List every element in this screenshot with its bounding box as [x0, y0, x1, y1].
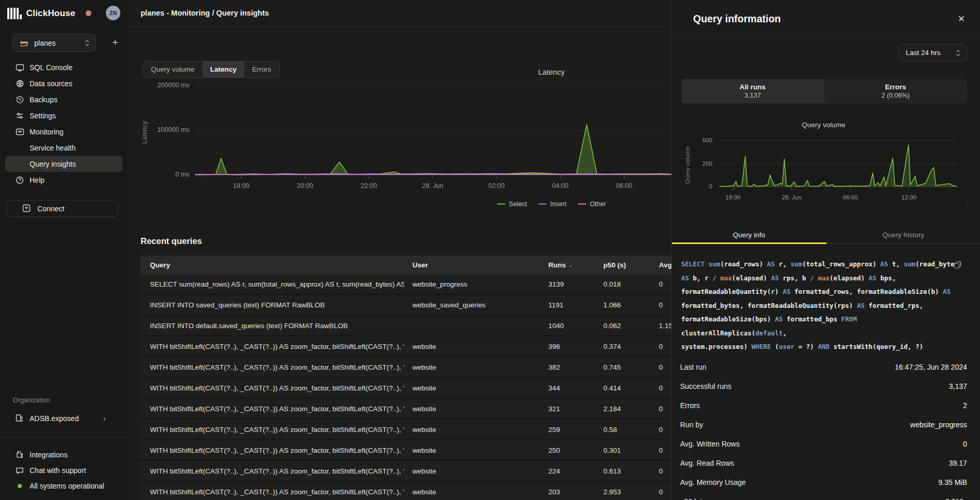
stat-row-avg-read-rows: Avg. Read Rows39.17: [672, 453, 980, 472]
sidebar-item-label: Chat with support: [30, 466, 86, 475]
runs-errors-segmented-control: All runs3,137Errors2 (0.06%): [681, 79, 967, 103]
tab-query-history[interactable]: Query history: [826, 227, 980, 244]
settings-icon: [15, 111, 24, 120]
table-row[interactable]: WITH bitShiftLeft(CAST(?..), _CAST(?..))…: [141, 378, 671, 399]
sidebar-item-settings[interactable]: Settings: [0, 107, 128, 124]
sidebar-item-chat-with-support[interactable]: Chat with support: [0, 463, 128, 478]
tab-errors[interactable]: Errors: [244, 61, 279, 77]
time-range-select[interactable]: Last 24 hrs: [898, 44, 967, 61]
table-row[interactable]: WITH bitShiftLeft(CAST(?..), _CAST(?..))…: [141, 399, 671, 420]
add-service-button[interactable]: +: [108, 35, 122, 50]
legend-item-select[interactable]: Select: [497, 200, 527, 208]
column-header-runs[interactable]: Runs⌄: [548, 255, 598, 274]
cell-runs: 259: [548, 420, 598, 439]
table-row[interactable]: WITH bitShiftLeft(CAST(?..), _CAST(?..))…: [141, 420, 671, 440]
sidebar-item-all-systems-operational[interactable]: All systems operational: [0, 478, 128, 494]
cell-p50: 0.58: [603, 420, 653, 439]
column-header-p50[interactable]: p50 (s): [603, 255, 653, 274]
stat-row-errors: Errors2: [672, 396, 980, 415]
stat-value: 39.17: [949, 459, 967, 467]
stat-label: Avg. Memory Usage: [680, 478, 746, 487]
legend-item-insert[interactable]: Insert: [539, 200, 567, 208]
table-row[interactable]: INSERT INTO default.saved_queries (text)…: [141, 316, 671, 336]
table-row[interactable]: SELECT sum(read_rows) AS r, sum(total_ro…: [141, 274, 671, 295]
summary-tab-value: 3,137: [744, 92, 761, 99]
column-header-query[interactable]: Query: [150, 255, 404, 274]
stat-row-p50-latency: p50 latency0.018s: [672, 492, 980, 500]
cell-avg: 0: [659, 461, 671, 481]
cell-query: SELECT sum(read_rows) AS r, sum(total_ro…: [150, 274, 404, 294]
recent-queries-table: QueryUserRuns⌄p50 (s)Avg.SELECT sum(read…: [141, 255, 671, 500]
cell-p50: 0.018: [603, 274, 653, 294]
cell-avg: 0: [659, 378, 671, 398]
sql-console-icon: [15, 63, 24, 72]
sidebar-item-query-insights[interactable]: Query insights: [5, 156, 122, 172]
query-volume-chart[interactable]: [719, 132, 958, 195]
cell-runs: 250: [548, 440, 598, 460]
avatar[interactable]: ZN: [106, 6, 120, 20]
panel-title: Query information: [693, 13, 781, 25]
column-header-user[interactable]: User: [412, 255, 542, 274]
summary-tab-errors[interactable]: Errors2 (0.06%): [824, 79, 968, 103]
stat-label: Last run: [680, 363, 707, 371]
table-row[interactable]: WITH bitShiftLeft(CAST(?..), _CAST(?..))…: [141, 357, 671, 378]
workspace-name: planes: [34, 39, 85, 47]
table-row[interactable]: WITH bitShiftLeft(CAST(?..), _CAST(?..))…: [141, 440, 671, 461]
legend-swatch: [497, 204, 505, 205]
cell-p50: 2.953: [603, 482, 653, 500]
cell-query: WITH bitShiftLeft(CAST(?..), _CAST(?..))…: [150, 399, 404, 418]
table-row[interactable]: WITH bitShiftLeft(CAST(?..), _CAST(?..))…: [141, 336, 671, 357]
y-tick-label: 200000 ms: [142, 82, 189, 89]
summary-tab-value: 2 (0.06%): [881, 92, 909, 99]
stat-label: Avg. Written Rows: [680, 440, 740, 448]
sidebar-item-data-sources[interactable]: Data sources: [0, 75, 128, 91]
sql-line: SELECT sum(read_rows) AS r, sum(total_ro…: [681, 258, 965, 272]
sort-caret-icon: ⌄: [569, 262, 573, 268]
copy-icon[interactable]: [954, 261, 961, 269]
cell-avg: 0: [659, 482, 671, 500]
tab-query-volume[interactable]: Query volume: [143, 61, 202, 77]
column-header-avg[interactable]: Avg.: [659, 255, 671, 274]
cell-user: website: [412, 336, 542, 356]
table-row[interactable]: WITH bitShiftLeft(CAST(?..), _CAST(?..))…: [141, 461, 671, 482]
workspace-selector[interactable]: aws planes: [12, 34, 95, 52]
y-tick-label: 0 ms: [142, 171, 189, 178]
table-row[interactable]: INSERT INTO saved_queries (text) FORMAT …: [141, 295, 671, 316]
summary-tab-all-runs[interactable]: All runs3,137: [681, 79, 824, 103]
legend-swatch: [578, 204, 586, 205]
sidebar-item-monitoring[interactable]: Monitoring: [0, 124, 128, 140]
sql-line: formatReadableQuantity(r) AS formatted_r…: [681, 285, 965, 299]
tab-latency[interactable]: Latency: [202, 61, 244, 77]
status-ok-dot: [15, 482, 24, 491]
organization-icon: [15, 414, 24, 423]
organization-section-label: Organization: [13, 397, 50, 404]
latency-legend: SelectInsertOther: [497, 200, 606, 208]
cell-avg: 0: [659, 440, 671, 460]
connect-button[interactable]: Connect: [6, 200, 118, 217]
y-tick-label: 0: [692, 183, 712, 190]
organization-switcher[interactable]: ADSB.exposed ›: [0, 410, 128, 426]
panel-divider: [672, 37, 980, 38]
cell-p50: 1.066: [603, 295, 653, 315]
page-title: planes - Monitoring / Query insights: [141, 9, 269, 17]
sidebar-nav: SQL ConsoleData sourcesBackupsSettingsMo…: [0, 59, 128, 188]
table-row[interactable]: WITH bitShiftLeft(CAST(?..), _CAST(?..))…: [141, 482, 671, 500]
cell-query: WITH bitShiftLeft(CAST(?..), _CAST(?..))…: [150, 440, 404, 460]
cell-query: WITH bitShiftLeft(CAST(?..), _CAST(?..))…: [150, 420, 404, 439]
cell-runs: 1040: [548, 316, 598, 335]
close-icon[interactable]: ✕: [955, 12, 968, 25]
sql-line: AS b, r / max(elapsed) AS rps, b / max(e…: [681, 272, 965, 286]
latency-chart[interactable]: [195, 78, 671, 182]
query-volume-y-axis-label: Query volume: [684, 142, 691, 184]
sidebar-item-integrations[interactable]: Integrations: [0, 447, 128, 463]
cell-avg: 0: [659, 357, 671, 377]
sidebar-item-backups[interactable]: Backups: [0, 91, 128, 107]
stat-row-last-run: Last run16:47:25, Jun 28 2024: [672, 357, 980, 376]
x-tick-label: 22:00: [361, 182, 377, 190]
sidebar-item-service-health[interactable]: Service health: [0, 140, 128, 156]
sidebar-item-help[interactable]: Help: [0, 172, 128, 188]
integrations-icon: [15, 451, 24, 460]
tab-query-info[interactable]: Query info: [672, 227, 826, 244]
legend-item-other[interactable]: Other: [578, 200, 606, 208]
sidebar-item-sql-console[interactable]: SQL Console: [0, 59, 128, 75]
